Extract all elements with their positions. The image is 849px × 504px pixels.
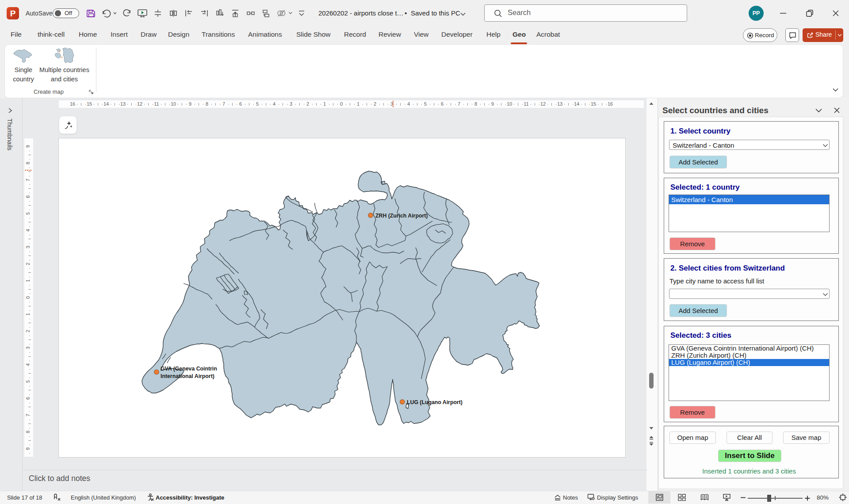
svg-text:GVA (Geneva Cointrin: GVA (Geneva Cointrin bbox=[161, 366, 217, 372]
svg-text:International Airport): International Airport) bbox=[161, 373, 214, 379]
svg-text:P: P bbox=[10, 9, 16, 18]
svg-text:ZRH (Zurich Airport): ZRH (Zurich Airport) bbox=[375, 213, 428, 219]
svg-text:LUG (Lugano Airport): LUG (Lugano Airport) bbox=[407, 399, 463, 405]
